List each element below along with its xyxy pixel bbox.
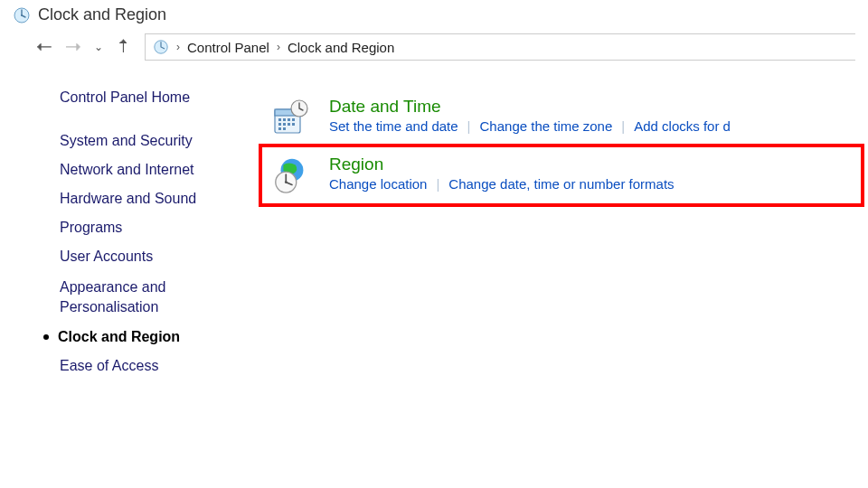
sidebar-item-system-security[interactable]: System and Security [60, 133, 262, 149]
sidebar-item-network-internet[interactable]: Network and Internet [60, 162, 262, 178]
breadcrumb-segment[interactable]: Control Panel [187, 40, 269, 55]
date-time-icon [271, 97, 311, 136]
task-change-location[interactable]: Change location [329, 176, 427, 192]
back-button[interactable]: 🠐 [36, 39, 52, 55]
sidebar-item-ease-of-access[interactable]: Ease of Access [60, 358, 262, 374]
sidebar-item-appearance[interactable]: Appearance andPersonalisation [60, 277, 262, 316]
main-area: Control Panel Home System and Security N… [0, 66, 868, 387]
task-links: Change location | Change date, time or n… [329, 176, 857, 192]
recent-dropdown[interactable]: ⌄ [94, 42, 103, 52]
separator: | [458, 118, 480, 134]
sidebar-item-label: Clock and Region [58, 329, 180, 345]
sidebar: Control Panel Home System and Security N… [0, 89, 262, 387]
clock-region-icon [13, 6, 31, 24]
sidebar-home-label: Control Panel Home [60, 89, 190, 106]
sidebar-item-label: Ease of Access [60, 358, 158, 374]
sidebar-item-label: Programs [60, 220, 122, 236]
svg-rect-9 [278, 123, 281, 126]
region-icon [271, 155, 311, 194]
task-set-time-date[interactable]: Set the time and date [329, 118, 458, 134]
sidebar-item-hardware-sound[interactable]: Hardware and Sound [60, 191, 262, 207]
address-bar[interactable]: › Control Panel › Clock and Region [145, 33, 855, 61]
separator: | [427, 176, 448, 192]
svg-point-1 [21, 14, 23, 16]
sidebar-home[interactable]: Control Panel Home [60, 89, 262, 106]
svg-point-18 [285, 181, 288, 183]
category-region: Region Change location | Change date, ti… [262, 147, 861, 203]
sidebar-item-label: System and Security [60, 133, 193, 149]
svg-rect-6 [283, 118, 286, 121]
sidebar-item-user-accounts[interactable]: User Accounts [60, 249, 262, 265]
sidebar-item-label: Hardware and Sound [60, 191, 196, 207]
task-change-formats[interactable]: Change date, time or number formats [448, 176, 674, 192]
breadcrumb-segment[interactable]: Clock and Region [288, 40, 394, 55]
chevron-right-icon[interactable]: › [277, 41, 280, 53]
nav-bar: 🠐 🠒 ⌄ 🠑 › Control Panel › Clock and Regi… [0, 33, 868, 66]
svg-rect-14 [283, 127, 286, 130]
svg-rect-8 [292, 118, 295, 121]
task-links: Set the time and date | Change the time … [329, 118, 857, 134]
sidebar-item-label: Network and Internet [60, 162, 194, 178]
svg-rect-11 [288, 123, 290, 126]
category-date-time: Date and Time Set the time and date | Ch… [262, 89, 861, 145]
svg-rect-10 [283, 123, 286, 126]
svg-rect-12 [292, 123, 295, 126]
svg-rect-5 [278, 118, 281, 121]
svg-rect-13 [278, 127, 281, 130]
window-title-bar: Clock and Region [0, 0, 868, 33]
window-title: Clock and Region [38, 5, 166, 24]
category-title[interactable]: Region [329, 155, 857, 174]
separator: | [612, 118, 634, 134]
task-add-clocks[interactable]: Add clocks for d [634, 118, 731, 134]
chevron-right-icon[interactable]: › [176, 41, 180, 53]
content-area: Date and Time Set the time and date | Ch… [262, 89, 868, 387]
sidebar-item-programs[interactable]: Programs [60, 220, 262, 236]
task-change-time-zone[interactable]: Change the time zone [480, 118, 613, 134]
category-body: Date and Time Set the time and date | Ch… [329, 97, 857, 134]
up-button[interactable]: 🠑 [116, 39, 132, 55]
svg-rect-7 [288, 118, 290, 121]
sidebar-item-label: Appearance andPersonalisation [60, 277, 165, 316]
category-title[interactable]: Date and Time [329, 97, 857, 117]
bullet-icon [43, 334, 49, 340]
clock-region-icon [153, 39, 169, 55]
sidebar-item-label: User Accounts [60, 249, 153, 265]
category-body: Region Change location | Change date, ti… [329, 155, 857, 192]
sidebar-item-clock-region[interactable]: Clock and Region [60, 329, 262, 345]
forward-button[interactable]: 🠒 [65, 39, 81, 55]
